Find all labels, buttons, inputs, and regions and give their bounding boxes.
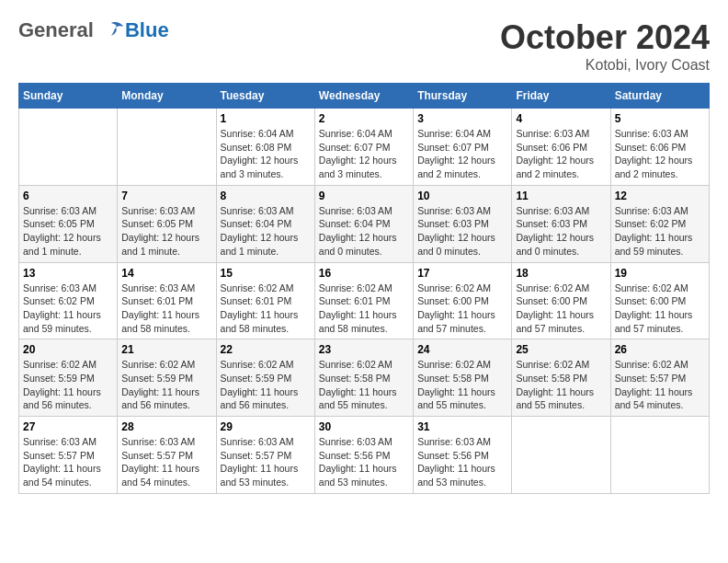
day-info: Sunrise: 6:02 AMSunset: 5:57 PMDaylight:… — [615, 358, 705, 412]
day-info: Sunrise: 6:03 AMSunset: 6:01 PMDaylight:… — [121, 282, 211, 336]
table-row — [118, 109, 216, 186]
day-number: 12 — [615, 190, 705, 202]
day-info: Sunrise: 6:03 AMSunset: 5:57 PMDaylight:… — [121, 435, 211, 489]
day-info: Sunrise: 6:02 AMSunset: 6:01 PMDaylight:… — [319, 282, 409, 336]
day-number: 21 — [121, 343, 211, 356]
table-row: 17Sunrise: 6:02 AMSunset: 6:00 PMDayligh… — [414, 262, 512, 339]
day-number: 27 — [23, 420, 113, 433]
logo-bird-icon — [97, 19, 125, 41]
table-row: 5Sunrise: 6:03 AMSunset: 6:06 PMDaylight… — [610, 109, 709, 186]
day-info: Sunrise: 6:03 AMSunset: 6:06 PMDaylight:… — [516, 127, 606, 181]
table-row: 1Sunrise: 6:04 AMSunset: 6:08 PMDaylight… — [216, 109, 314, 186]
day-info: Sunrise: 6:02 AMSunset: 5:59 PMDaylight:… — [121, 358, 211, 412]
day-info: Sunrise: 6:03 AMSunset: 6:04 PMDaylight:… — [319, 204, 409, 259]
table-row: 20Sunrise: 6:02 AMSunset: 5:59 PMDayligh… — [19, 339, 118, 417]
day-number: 3 — [417, 112, 507, 125]
day-number: 1 — [221, 112, 311, 125]
day-info: Sunrise: 6:02 AMSunset: 5:58 PMDaylight:… — [319, 358, 409, 412]
day-info: Sunrise: 6:02 AMSunset: 6:01 PMDaylight:… — [221, 282, 311, 336]
day-number: 2 — [319, 112, 409, 125]
calendar-week-row: 20Sunrise: 6:02 AMSunset: 5:59 PMDayligh… — [19, 339, 710, 417]
calendar-header-row: SundayMondayTuesdayWednesdayThursdayFrid… — [19, 84, 710, 109]
day-info: Sunrise: 6:04 AMSunset: 6:07 PMDaylight:… — [319, 127, 409, 181]
day-info: Sunrise: 6:03 AMSunset: 6:02 PMDaylight:… — [615, 204, 705, 259]
day-info: Sunrise: 6:03 AMSunset: 5:57 PMDaylight:… — [221, 435, 311, 489]
table-row: 4Sunrise: 6:03 AMSunset: 6:06 PMDaylight… — [512, 109, 610, 186]
calendar-week-row: 1Sunrise: 6:04 AMSunset: 6:08 PMDaylight… — [19, 109, 710, 186]
table-row: 8Sunrise: 6:03 AMSunset: 6:04 PMDaylight… — [216, 185, 314, 262]
day-info: Sunrise: 6:03 AMSunset: 6:04 PMDaylight:… — [221, 204, 311, 259]
table-row — [512, 417, 610, 494]
day-info: Sunrise: 6:03 AMSunset: 5:56 PMDaylight:… — [319, 435, 409, 489]
table-row: 21Sunrise: 6:02 AMSunset: 5:59 PMDayligh… — [118, 339, 216, 417]
day-info: Sunrise: 6:03 AMSunset: 6:03 PMDaylight:… — [417, 204, 507, 259]
table-row: 27Sunrise: 6:03 AMSunset: 5:57 PMDayligh… — [19, 417, 118, 494]
calendar-header-friday: Friday — [512, 84, 610, 109]
day-number: 16 — [319, 267, 409, 280]
logo-general: General — [18, 18, 94, 42]
table-row: 25Sunrise: 6:02 AMSunset: 5:58 PMDayligh… — [512, 339, 610, 417]
day-number: 11 — [516, 190, 606, 202]
day-number: 22 — [221, 343, 311, 356]
title-block: October 2024 Kotobi, Ivory Coast — [500, 18, 710, 74]
table-row: 19Sunrise: 6:02 AMSunset: 6:00 PMDayligh… — [610, 262, 709, 339]
day-number: 20 — [23, 343, 113, 356]
day-number: 23 — [319, 343, 409, 356]
day-number: 8 — [221, 190, 311, 202]
day-number: 6 — [23, 190, 113, 202]
table-row: 29Sunrise: 6:03 AMSunset: 5:57 PMDayligh… — [216, 417, 314, 494]
day-info: Sunrise: 6:02 AMSunset: 5:59 PMDaylight:… — [23, 358, 113, 412]
table-row: 9Sunrise: 6:03 AMSunset: 6:04 PMDaylight… — [314, 185, 413, 262]
table-row — [19, 109, 118, 186]
day-info: Sunrise: 6:04 AMSunset: 6:08 PMDaylight:… — [221, 127, 311, 181]
day-number: 25 — [516, 343, 606, 356]
table-row — [610, 417, 709, 494]
day-info: Sunrise: 6:02 AMSunset: 6:00 PMDaylight:… — [615, 282, 705, 336]
month-title: October 2024 — [500, 18, 710, 57]
table-row: 11Sunrise: 6:03 AMSunset: 6:03 PMDayligh… — [512, 185, 610, 262]
table-row: 18Sunrise: 6:02 AMSunset: 6:00 PMDayligh… — [512, 262, 610, 339]
day-number: 31 — [417, 420, 507, 433]
table-row: 13Sunrise: 6:03 AMSunset: 6:02 PMDayligh… — [19, 262, 118, 339]
calendar-header-sunday: Sunday — [19, 84, 118, 109]
day-info: Sunrise: 6:03 AMSunset: 6:05 PMDaylight:… — [23, 204, 113, 259]
day-number: 4 — [516, 112, 606, 125]
calendar-header-monday: Monday — [118, 84, 216, 109]
day-info: Sunrise: 6:03 AMSunset: 6:06 PMDaylight:… — [615, 127, 705, 181]
day-info: Sunrise: 6:02 AMSunset: 5:58 PMDaylight:… — [417, 358, 507, 412]
table-row: 31Sunrise: 6:03 AMSunset: 5:56 PMDayligh… — [414, 417, 512, 494]
calendar-header-thursday: Thursday — [414, 84, 512, 109]
day-number: 5 — [615, 112, 705, 125]
day-info: Sunrise: 6:04 AMSunset: 6:07 PMDaylight:… — [417, 127, 507, 181]
logo-blue: Blue — [125, 18, 169, 42]
day-number: 15 — [221, 267, 311, 280]
day-info: Sunrise: 6:02 AMSunset: 5:58 PMDaylight:… — [516, 358, 606, 412]
day-number: 17 — [417, 267, 507, 280]
day-info: Sunrise: 6:02 AMSunset: 5:59 PMDaylight:… — [221, 358, 311, 412]
calendar-header-saturday: Saturday — [610, 84, 709, 109]
day-number: 28 — [121, 420, 211, 433]
location: Kotobi, Ivory Coast — [500, 57, 710, 74]
day-info: Sunrise: 6:03 AMSunset: 6:03 PMDaylight:… — [516, 204, 606, 259]
table-row: 22Sunrise: 6:02 AMSunset: 5:59 PMDayligh… — [216, 339, 314, 417]
table-row: 14Sunrise: 6:03 AMSunset: 6:01 PMDayligh… — [118, 262, 216, 339]
table-row: 23Sunrise: 6:02 AMSunset: 5:58 PMDayligh… — [314, 339, 413, 417]
day-info: Sunrise: 6:03 AMSunset: 5:57 PMDaylight:… — [23, 435, 113, 489]
calendar-week-row: 27Sunrise: 6:03 AMSunset: 5:57 PMDayligh… — [19, 417, 710, 494]
table-row: 30Sunrise: 6:03 AMSunset: 5:56 PMDayligh… — [314, 417, 413, 494]
day-number: 13 — [23, 267, 113, 280]
day-number: 26 — [615, 343, 705, 356]
day-info: Sunrise: 6:03 AMSunset: 5:56 PMDaylight:… — [417, 435, 507, 489]
table-row: 7Sunrise: 6:03 AMSunset: 6:05 PMDaylight… — [118, 185, 216, 262]
table-row: 3Sunrise: 6:04 AMSunset: 6:07 PMDaylight… — [414, 109, 512, 186]
calendar-week-row: 13Sunrise: 6:03 AMSunset: 6:02 PMDayligh… — [19, 262, 710, 339]
table-row: 16Sunrise: 6:02 AMSunset: 6:01 PMDayligh… — [314, 262, 413, 339]
table-row: 15Sunrise: 6:02 AMSunset: 6:01 PMDayligh… — [216, 262, 314, 339]
calendar-header-tuesday: Tuesday — [216, 84, 314, 109]
table-row: 6Sunrise: 6:03 AMSunset: 6:05 PMDaylight… — [19, 185, 118, 262]
table-row: 12Sunrise: 6:03 AMSunset: 6:02 PMDayligh… — [610, 185, 709, 262]
logo: General Blue — [18, 18, 169, 42]
table-row: 10Sunrise: 6:03 AMSunset: 6:03 PMDayligh… — [414, 185, 512, 262]
table-row: 28Sunrise: 6:03 AMSunset: 5:57 PMDayligh… — [118, 417, 216, 494]
calendar-week-row: 6Sunrise: 6:03 AMSunset: 6:05 PMDaylight… — [19, 185, 710, 262]
